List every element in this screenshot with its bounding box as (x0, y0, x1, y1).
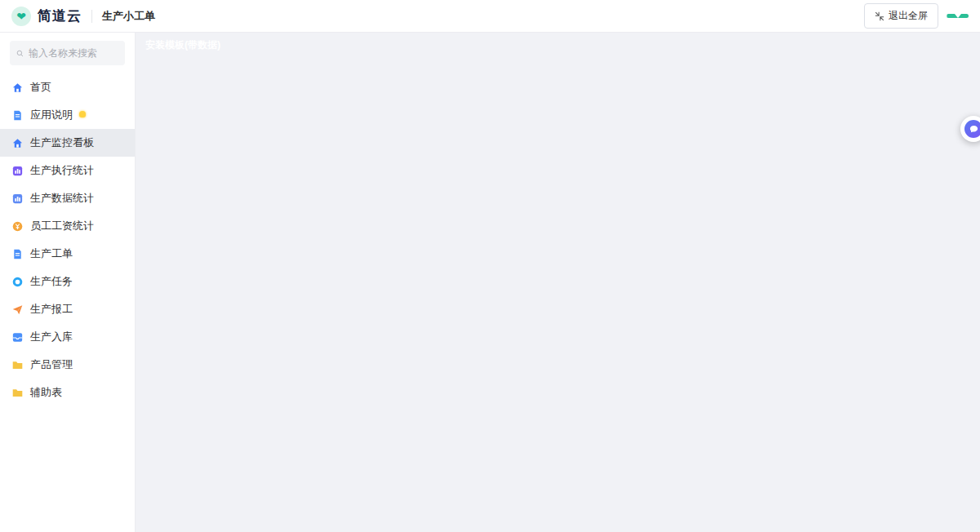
compress-icon (875, 11, 884, 21)
chevron-down-icon (955, 14, 961, 18)
sidebar-item-label: 生产工单 (30, 246, 73, 261)
coin-icon (11, 220, 24, 233)
install-template-button[interactable]: 安装模板(带数据) (947, 14, 969, 18)
home-icon (11, 137, 24, 149)
sidebar-item-label: 生产报工 (30, 302, 73, 317)
home-icon (11, 82, 24, 94)
sidebar-item-label: 生产执行统计 (30, 163, 94, 178)
sidebar-item-辅助表[interactable]: 辅助表 (0, 379, 135, 406)
sidebar-menu: 首页应用说明生产监控看板生产执行统计生产数据统计员工工资统计生产工单生产任务生产… (0, 73, 135, 406)
sidebar-item-label: 生产数据统计 (30, 191, 94, 206)
sidebar-item-生产工单[interactable]: 生产工单 (0, 240, 135, 268)
sidebar-item-应用说明[interactable]: 应用说明 (0, 101, 135, 129)
doc-icon (11, 109, 24, 122)
exit-fullscreen-button[interactable]: 退出全屏 (864, 3, 938, 29)
sidebar-item-label: 生产任务 (30, 274, 73, 289)
ring-icon (11, 276, 24, 288)
grid-icon (11, 165, 24, 177)
sidebar: 首页应用说明生产监控看板生产执行统计生产数据统计员工工资统计生产工单生产任务生产… (0, 33, 136, 532)
sidebar-item-label: 员工工资统计 (30, 219, 94, 233)
top-header: ❤ 简道云 生产小工单 退出全屏 安装模板(带数据) (0, 0, 980, 33)
sidebar-item-label: 辅助表 (30, 385, 62, 400)
doc-icon (11, 248, 24, 260)
grid-icon (11, 193, 24, 205)
folder-icon (11, 359, 24, 371)
logo-text: 简道云 (38, 7, 82, 25)
sidebar-item-label: 产品管理 (30, 357, 73, 372)
plane-icon (11, 304, 24, 316)
exit-fullscreen-label: 退出全屏 (889, 9, 928, 23)
sidebar-item-label: 首页 (30, 80, 51, 95)
sidebar-item-生产任务[interactable]: 生产任务 (0, 268, 135, 295)
inbox-icon (11, 331, 24, 344)
sidebar-item-label: 应用说明 (30, 108, 73, 122)
sidebar-item-生产入库[interactable]: 生产入库 (0, 323, 135, 351)
app-logo[interactable]: ❤ 简道云 (11, 7, 82, 26)
jiandaoyun-logo-icon: ❤ (11, 7, 31, 26)
sidebar-item-首页[interactable]: 首页 (0, 73, 135, 101)
lightbulb-icon (79, 111, 86, 117)
sidebar-item-生产报工[interactable]: 生产报工 (0, 295, 135, 323)
install-template-dropdown[interactable] (947, 14, 969, 18)
search-icon (16, 48, 24, 59)
sidebar-item-label: 生产入库 (30, 330, 73, 344)
search-input[interactable] (29, 47, 118, 59)
assistant-widget-button[interactable] (960, 116, 980, 142)
sidebar-item-员工工资统计[interactable]: 员工工资统计 (0, 212, 135, 240)
sidebar-item-生产执行统计[interactable]: 生产执行统计 (0, 157, 135, 184)
app-name: 生产小工单 (102, 9, 155, 24)
chat-bubble-icon (964, 120, 980, 138)
sidebar-search[interactable] (10, 41, 125, 65)
sidebar-item-label: 生产监控看板 (30, 135, 94, 150)
sidebar-item-产品管理[interactable]: 产品管理 (0, 351, 135, 379)
folder-icon (11, 387, 24, 399)
header-divider (91, 10, 92, 23)
sidebar-item-生产数据统计[interactable]: 生产数据统计 (0, 184, 135, 212)
sidebar-item-生产监控看板[interactable]: 生产监控看板 (0, 129, 135, 157)
